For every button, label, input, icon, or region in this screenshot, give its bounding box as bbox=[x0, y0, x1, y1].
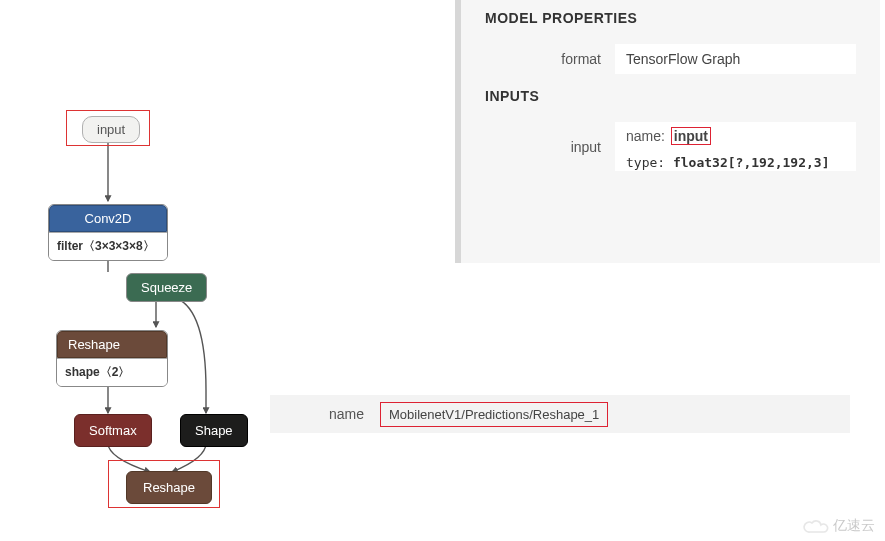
node-label: Reshape bbox=[143, 480, 195, 495]
node-shape[interactable]: Shape bbox=[180, 414, 248, 447]
node-squeeze[interactable]: Squeeze bbox=[126, 273, 207, 302]
node-reshape-b[interactable]: Reshape bbox=[126, 471, 212, 504]
section-model-properties: MODEL PROPERTIES bbox=[485, 10, 856, 26]
properties-panel: MODEL PROPERTIES format TensorFlow Graph… bbox=[455, 0, 880, 263]
node-label: Shape bbox=[195, 423, 233, 438]
node-attr-shape: shape〈2〉 bbox=[57, 358, 167, 386]
input-type-key: type: bbox=[626, 155, 665, 170]
output-name-label: name bbox=[270, 406, 380, 422]
format-value: TensorFlow Graph bbox=[615, 44, 856, 74]
input-label: input bbox=[485, 139, 615, 155]
input-name-value: input bbox=[671, 127, 711, 145]
output-name-row: name MobilenetV1/Predictions/Reshape_1 bbox=[270, 395, 850, 433]
input-type-value: float32[?,192,192,3] bbox=[673, 155, 830, 170]
node-attr-filter: filter〈3×3×3×8〉 bbox=[49, 232, 167, 260]
node-reshape-a[interactable]: Reshape shape〈2〉 bbox=[56, 330, 168, 387]
input-name-key: name: bbox=[626, 128, 665, 144]
format-label: format bbox=[485, 51, 615, 67]
node-label: Squeeze bbox=[141, 280, 192, 295]
graph-edges bbox=[0, 0, 300, 540]
node-label: input bbox=[97, 122, 125, 137]
row-input-name: input name: input type: float32[?,192,19… bbox=[485, 122, 856, 171]
node-label: Softmax bbox=[89, 423, 137, 438]
watermark-text: 亿速云 bbox=[833, 517, 875, 535]
node-conv2d[interactable]: Conv2D filter〈3×3×3×8〉 bbox=[48, 204, 168, 261]
output-name-value: MobilenetV1/Predictions/Reshape_1 bbox=[380, 402, 608, 427]
section-inputs: INPUTS bbox=[485, 88, 856, 104]
node-header: Reshape bbox=[57, 331, 167, 358]
node-input[interactable]: input bbox=[82, 116, 140, 143]
row-format: format TensorFlow Graph bbox=[485, 44, 856, 74]
watermark: 亿速云 bbox=[803, 517, 875, 535]
node-softmax[interactable]: Softmax bbox=[74, 414, 152, 447]
node-header: Conv2D bbox=[49, 205, 167, 232]
cloud-icon bbox=[803, 518, 829, 534]
